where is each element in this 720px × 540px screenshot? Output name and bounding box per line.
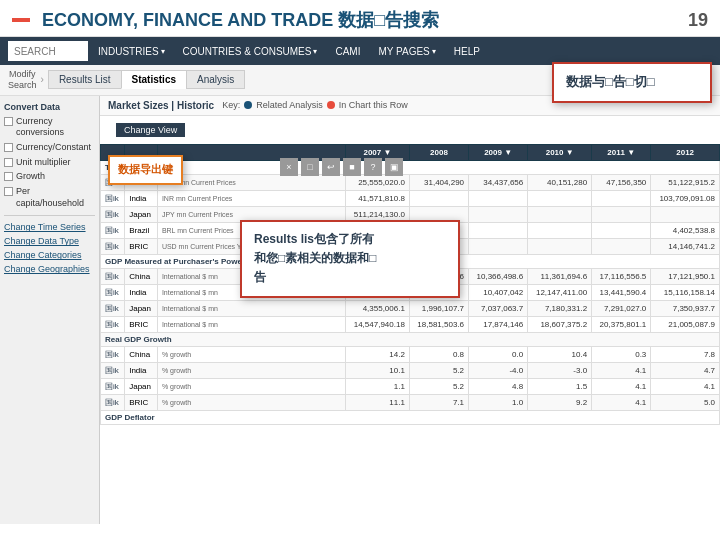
table-cell: 17,121,950.1 xyxy=(651,268,720,284)
table-cell: 14,146,741.2 xyxy=(651,238,720,254)
col-header-2009: 2009 ▼ xyxy=(469,144,528,160)
col-unit: International $ mn xyxy=(157,300,345,316)
sidebar-item-currency-const[interactable]: Currency/Constant xyxy=(4,142,95,154)
checkbox-growth[interactable] xyxy=(4,172,13,181)
nav-mypages[interactable]: MY PAGES ▾ xyxy=(370,42,443,61)
col-unit: RMB mn Current Prices xyxy=(157,174,345,190)
icon-btn-extra[interactable]: ▣ xyxy=(385,158,403,176)
popup-data-report: 数据与□告□切□ xyxy=(552,62,712,103)
sidebar-item-growth[interactable]: Growth xyxy=(4,171,95,183)
change-view-button[interactable]: Change View xyxy=(116,123,185,137)
col-country: Brazil xyxy=(125,222,158,238)
sidebar-link-data-type[interactable]: Change Data Type xyxy=(4,236,95,246)
table-cell: 0.8 xyxy=(409,346,468,362)
header-title: ECONOMY, FINANCE AND TRADE 数据□告搜索 xyxy=(12,8,439,32)
search-input[interactable] xyxy=(8,41,88,61)
tab-results-list[interactable]: Results List xyxy=(48,70,121,89)
table-cell: 5.2 xyxy=(409,362,468,378)
col-flag: 国ik xyxy=(101,300,125,316)
table-cell: 17,116,556.5 xyxy=(592,268,651,284)
table-row: 国ikChina% growth14.20.80.010.40.37.8 xyxy=(101,346,720,362)
icon-btn-return[interactable]: ↩ xyxy=(322,158,340,176)
table-cell xyxy=(592,206,651,222)
table-cell: 7.8 xyxy=(651,346,720,362)
table-cell: 7,037,063.7 xyxy=(469,300,528,316)
table-cell: 10,366,498.6 xyxy=(469,268,528,284)
icon-btn-question[interactable]: ? xyxy=(364,158,382,176)
table-cell: 5.0 xyxy=(651,394,720,410)
table-key-area: Key: Related Analysis In Chart this Row xyxy=(222,100,408,110)
tab-statistics[interactable]: Statistics xyxy=(121,70,186,89)
chevron-down-icon: ▾ xyxy=(161,47,165,56)
table-cell: 20,375,801.1 xyxy=(592,316,651,332)
table-row: 国ikBRIC% growth11.17.11.09.24.15.0 xyxy=(101,394,720,410)
table-cell: 4,355,006.1 xyxy=(345,300,409,316)
sidebar-link-categories[interactable]: Change Categories xyxy=(4,250,95,260)
table-cell: 21,005,087.9 xyxy=(651,316,720,332)
table-section-header: Total GDP xyxy=(101,160,720,174)
table-cell xyxy=(528,206,592,222)
table-cell xyxy=(469,222,528,238)
sidebar-link-geographies[interactable]: Change Geographies xyxy=(4,264,95,274)
table-cell: 1.5 xyxy=(528,378,592,394)
table-cell xyxy=(651,206,720,222)
table-cell: -4.0 xyxy=(469,362,528,378)
table-cell: 40,151,280 xyxy=(528,174,592,190)
table-row: 国ikIndiaINR mn Current Prices41,571,810.… xyxy=(101,190,720,206)
table-cell xyxy=(409,190,468,206)
table-cell: 9.2 xyxy=(528,394,592,410)
col-flag: 国ik xyxy=(101,190,125,206)
tab-analysis[interactable]: Analysis xyxy=(186,70,245,89)
col-unit: International $ mn xyxy=(157,316,345,332)
table-cell: 7.1 xyxy=(409,394,468,410)
col-header-2010: 2010 ▼ xyxy=(528,144,592,160)
sidebar-item-currency-conv[interactable]: Currency conversions xyxy=(4,116,95,139)
col-header-2008: 2008 xyxy=(409,144,468,160)
table-cell: 34,437,656 xyxy=(469,174,528,190)
icon-btn-box[interactable]: □ xyxy=(301,158,319,176)
checkbox-per-capita[interactable] xyxy=(4,187,13,196)
table-cell: 41,571,810.8 xyxy=(345,190,409,206)
table-section-header: Real GDP Growth xyxy=(101,332,720,346)
table-cell: 5.2 xyxy=(409,378,468,394)
table-cell xyxy=(592,190,651,206)
table-row: 国ikJapan% growth1.15.24.81.54.14.1 xyxy=(101,378,720,394)
col-flag: 国ik xyxy=(101,238,125,254)
checkbox-currency-conv[interactable] xyxy=(4,117,13,126)
table-cell: 47,156,350 xyxy=(592,174,651,190)
table-cell: 7,180,331.2 xyxy=(528,300,592,316)
icon-btn-square[interactable]: ■ xyxy=(343,158,361,176)
table-row: 国ikBRICInternational $ mn14,547,940.1818… xyxy=(101,316,720,332)
table-cell xyxy=(592,238,651,254)
nav-help[interactable]: HELP xyxy=(446,42,488,61)
table-cell xyxy=(469,190,528,206)
checkbox-currency-const[interactable] xyxy=(4,143,13,152)
table-cell: 15,116,158.14 xyxy=(651,284,720,300)
table-cell: 4.7 xyxy=(651,362,720,378)
col-flag: 国ik xyxy=(101,362,125,378)
nav-countries[interactable]: COUNTRIES & CONSUMES ▾ xyxy=(175,42,326,61)
col-country: BRIC xyxy=(125,316,158,332)
sidebar-item-per-capita[interactable]: Per capita/household xyxy=(4,186,95,209)
table-row: 国ikJapanInternational $ mn4,355,006.11,9… xyxy=(101,300,720,316)
icon-btn-x[interactable]: × xyxy=(280,158,298,176)
table-cell xyxy=(469,206,528,222)
table-cell: 10,407,042 xyxy=(469,284,528,300)
table-cell: 14,547,940.18 xyxy=(345,316,409,332)
nav-cami[interactable]: CAMI xyxy=(327,42,368,61)
page-header: ECONOMY, FINANCE AND TRADE 数据□告搜索 19 xyxy=(0,0,720,37)
sidebar-convert-title: Convert Data xyxy=(4,102,95,112)
col-country: Japan xyxy=(125,206,158,222)
sidebar-item-unit-mult[interactable]: Unit multiplier xyxy=(4,157,95,169)
table-row: 国ikChinaRMB mn Current Prices25,555,020.… xyxy=(101,174,720,190)
col-country: India xyxy=(125,284,158,300)
table-cell: 1,996,107.7 xyxy=(409,300,468,316)
checkbox-unit-mult[interactable] xyxy=(4,158,13,167)
sidebar-link-time-series[interactable]: Change Time Series xyxy=(4,222,95,232)
nav-industries[interactable]: INDUSTRIES ▾ xyxy=(90,42,173,61)
title-text: ECONOMY, FINANCE AND TRADE 数据□告搜索 xyxy=(42,8,439,32)
key-dot-1 xyxy=(244,101,252,109)
popup-results-info: Results lis包含了所有 和您□素相关的数据和□ 告 xyxy=(240,220,460,298)
breadcrumb-modify[interactable]: Modify Search xyxy=(8,69,37,91)
popup-export-text: 数据导出键 xyxy=(118,163,173,175)
